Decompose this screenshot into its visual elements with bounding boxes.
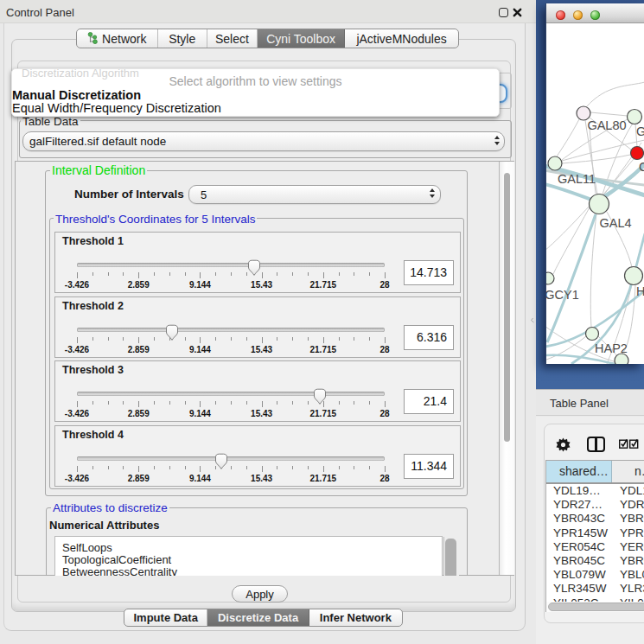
svg-text:GA: GA [636,124,644,138]
svg-text:H: H [636,284,644,298]
svg-text:GCY1: GCY1 [546,288,579,302]
svg-text:GAL80: GAL80 [587,118,626,132]
svg-text:GAL11: GAL11 [558,172,596,186]
svg-text:GAL4: GAL4 [599,216,631,230]
svg-text:C: C [639,160,644,174]
svg-text:HAP2: HAP2 [595,341,628,355]
